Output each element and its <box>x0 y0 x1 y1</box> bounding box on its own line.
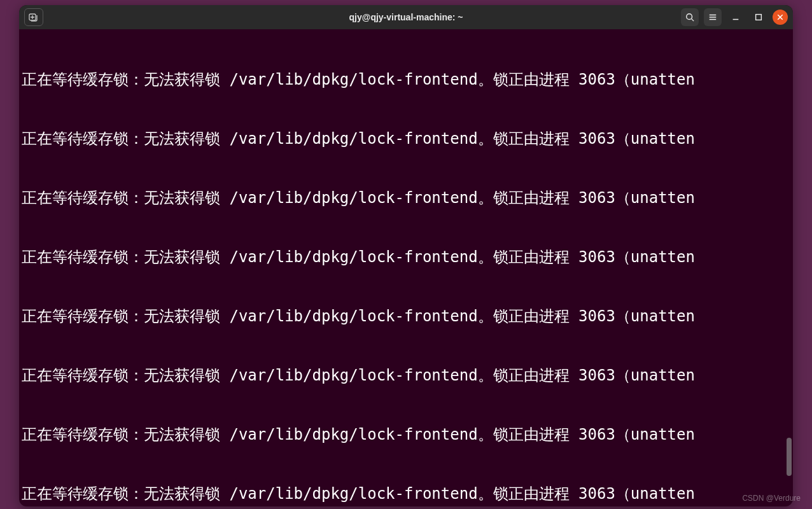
titlebar[interactable]: qjy@qjy-virtual-machine: ~ <box>19 5 793 29</box>
search-icon <box>685 13 694 22</box>
maximize-icon <box>754 13 763 22</box>
new-tab-icon <box>29 12 39 22</box>
output-line: 正在等待缓存锁：无法获得锁 /var/lib/dpkg/lock-fronten… <box>22 484 790 504</box>
output-line: 正在等待缓存锁：无法获得锁 /var/lib/dpkg/lock-fronten… <box>22 188 790 208</box>
new-tab-button[interactable] <box>24 8 43 26</box>
menu-button[interactable] <box>704 8 722 26</box>
output-line: 正在等待缓存锁：无法获得锁 /var/lib/dpkg/lock-fronten… <box>22 366 790 386</box>
titlebar-right <box>681 8 788 26</box>
output-line: 正在等待缓存锁：无法获得锁 /var/lib/dpkg/lock-fronten… <box>22 129 790 149</box>
svg-rect-2 <box>756 15 762 20</box>
titlebar-left <box>24 8 43 26</box>
minimize-icon <box>731 13 740 22</box>
output-line: 正在等待缓存锁：无法获得锁 /var/lib/dpkg/lock-fronten… <box>22 425 790 445</box>
terminal-output[interactable]: 正在等待缓存锁：无法获得锁 /var/lib/dpkg/lock-fronten… <box>19 29 793 506</box>
svg-point-1 <box>687 14 692 20</box>
minimize-button[interactable] <box>727 8 745 26</box>
close-button[interactable] <box>773 10 788 25</box>
terminal-window: qjy@qjy-virtual-machine: ~ <box>19 5 793 506</box>
output-line: 正在等待缓存锁：无法获得锁 /var/lib/dpkg/lock-fronten… <box>22 307 790 326</box>
output-line: 正在等待缓存锁：无法获得锁 /var/lib/dpkg/lock-fronten… <box>22 70 790 90</box>
window-title: qjy@qjy-virtual-machine: ~ <box>19 12 793 22</box>
scrollbar-thumb[interactable] <box>787 438 792 476</box>
hamburger-icon <box>708 13 717 22</box>
maximize-button[interactable] <box>750 8 767 26</box>
watermark: CSDN @Verdure <box>742 494 801 503</box>
search-button[interactable] <box>681 8 699 26</box>
output-line: 正在等待缓存锁：无法获得锁 /var/lib/dpkg/lock-fronten… <box>22 248 790 267</box>
close-icon <box>776 13 784 21</box>
